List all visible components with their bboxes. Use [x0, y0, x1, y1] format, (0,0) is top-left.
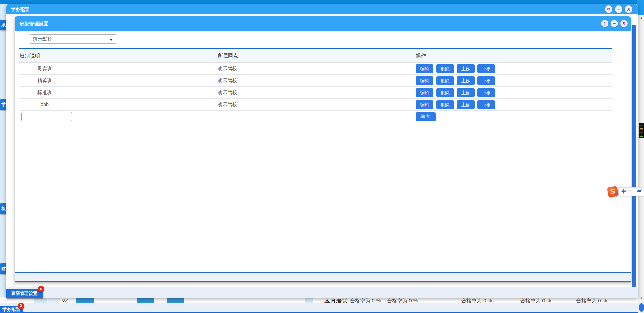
pass-rate-text: 合格率为:0 % — [387, 298, 418, 303]
page-taskbar — [0, 303, 644, 313]
add-class-row: 增 加 — [19, 111, 612, 123]
col-header-class-name: 班别说明 — [20, 53, 40, 59]
scrollbar-thumb-blue[interactable] — [639, 303, 644, 312]
pass-rate-text: 合格率为:0 % — [576, 298, 607, 303]
outer-window-titlebar[interactable]: 学务配置 ↻ − X — [6, 4, 638, 14]
scroll-up-arrow[interactable]: ▲ — [638, 16, 644, 21]
delete-button[interactable]: 删除 — [436, 88, 454, 97]
dashboard-cell — [305, 297, 313, 303]
scrollbar-thumb[interactable] — [639, 123, 644, 138]
table-row: bbb 演示驾校 编辑 删除 上移 下移 — [19, 99, 612, 111]
exam-label: 本月考试 — [324, 298, 348, 303]
move-down-button[interactable]: 下移 — [477, 100, 495, 109]
axis-value: 0.4 — [62, 298, 70, 303]
page-scrollbar[interactable]: ▲ ▼ — [638, 15, 644, 313]
outer-window-scroll-strip[interactable] — [632, 25, 636, 297]
pass-rate-text: 合格率为:0 % — [461, 298, 492, 303]
table-header-row: 班别说明 所属网点 操作 — [19, 49, 612, 63]
chevron-down-icon — [110, 39, 113, 41]
window-xuewu-config: 学务配置 ↻ − X 班级管理设置 X 班级管理设置 ↻ − X 演示驾校 — [6, 4, 638, 298]
class-name-cell: bbb — [19, 102, 70, 107]
inner-window-footer — [15, 272, 631, 282]
delete-button[interactable]: 删除 — [436, 100, 454, 109]
page-header-corner — [637, 0, 644, 15]
move-down-button[interactable]: 下移 — [477, 64, 495, 73]
move-up-button[interactable]: 上移 — [457, 88, 475, 97]
edit-button[interactable]: 编辑 — [416, 100, 433, 109]
table-row: 精英班 演示驾校 编辑 删除 上移 下移 — [19, 75, 612, 87]
branch-cell: 演示驾校 — [218, 78, 237, 84]
page-header-strip — [0, 0, 644, 4]
taskbar-tab-class-settings[interactable]: 班级管理设置 — [6, 289, 43, 298]
add-button[interactable]: 增 加 — [416, 112, 436, 121]
table-row: 贵宾班 演示驾校 编辑 删除 上移 下移 — [19, 63, 612, 75]
chart-bar-fragment — [137, 297, 154, 303]
chart-bar-fragment — [167, 297, 184, 303]
move-down-button[interactable]: 下移 — [477, 76, 495, 85]
branch-cell: 演示驾校 — [218, 66, 237, 72]
minimize-button[interactable]: − — [611, 20, 618, 27]
class-name-cell: 精英班 — [19, 78, 70, 84]
class-name-cell: 贵宾班 — [19, 66, 70, 72]
col-header-branch: 所属网点 — [218, 53, 238, 59]
table-row: 标准班 演示驾校 编辑 删除 上移 下移 — [19, 87, 612, 99]
minimize-button[interactable]: − — [615, 5, 622, 13]
scroll-down-arrow[interactable]: ▼ — [638, 296, 644, 301]
edit-button[interactable]: 编辑 — [416, 88, 433, 97]
move-up-button[interactable]: 上移 — [457, 100, 475, 109]
ime-toolbar: S 中 °, — [608, 187, 644, 197]
outer-window-taskbar: 班级管理设置 X — [6, 287, 638, 298]
inner-window-titlebar[interactable]: 班级管理设置 ↻ − X — [15, 16, 631, 31]
edit-button[interactable]: 编辑 — [416, 76, 433, 85]
move-down-button[interactable]: 下移 — [477, 88, 495, 97]
move-up-button[interactable]: 上移 — [457, 76, 475, 85]
branch-cell: 演示驾校 — [218, 90, 237, 96]
class-name-cell: 标准班 — [19, 90, 70, 96]
refresh-button[interactable]: ↻ — [605, 5, 612, 13]
new-class-input[interactable] — [21, 112, 72, 121]
background-dashboard-strip: 0.4 本月考试 合格率为:0 % 合格率为:0 % 合格率为:0 % 合格率为… — [0, 297, 644, 303]
move-up-button[interactable]: 上移 — [457, 64, 475, 73]
window-class-settings: 班级管理设置 ↻ − X 演示驾校 班别说明 所属网点 操作 贵宾班 演示驾校 — [15, 16, 631, 282]
close-tab-badge[interactable]: X — [38, 286, 44, 292]
outer-window-title: 学务配置 — [11, 7, 29, 13]
pass-rate-text: 合格率为:0 % — [520, 298, 551, 303]
school-select-value: 演示驾校 — [33, 36, 52, 42]
inner-window-title: 班级管理设置 — [20, 21, 48, 27]
ime-punctuation[interactable]: °, — [629, 189, 633, 195]
refresh-button[interactable]: ↻ — [601, 20, 608, 27]
keyboard-icon[interactable] — [636, 189, 642, 195]
sogou-logo-icon[interactable]: S — [607, 186, 618, 197]
branch-cell: 演示驾校 — [218, 102, 237, 108]
close-button[interactable]: X — [620, 20, 628, 27]
school-select[interactable]: 演示驾校 — [29, 34, 117, 44]
ime-mode-chinese[interactable]: 中 — [621, 189, 626, 195]
edit-button[interactable]: 编辑 — [416, 64, 433, 73]
dashboard-cell — [48, 297, 60, 303]
delete-button[interactable]: 删除 — [436, 64, 454, 73]
chart-bar-fragment — [76, 297, 94, 303]
col-header-actions: 操作 — [416, 53, 426, 59]
close-button[interactable]: X — [625, 5, 632, 13]
class-table: 班别说明 所属网点 操作 贵宾班 演示驾校 编辑 删除 上移 下移 精英班 演示… — [19, 48, 612, 123]
close-tab-badge[interactable]: X — [18, 303, 24, 309]
delete-button[interactable]: 删除 — [436, 76, 454, 85]
pass-rate-text: 合格率为:0 % — [350, 298, 381, 303]
